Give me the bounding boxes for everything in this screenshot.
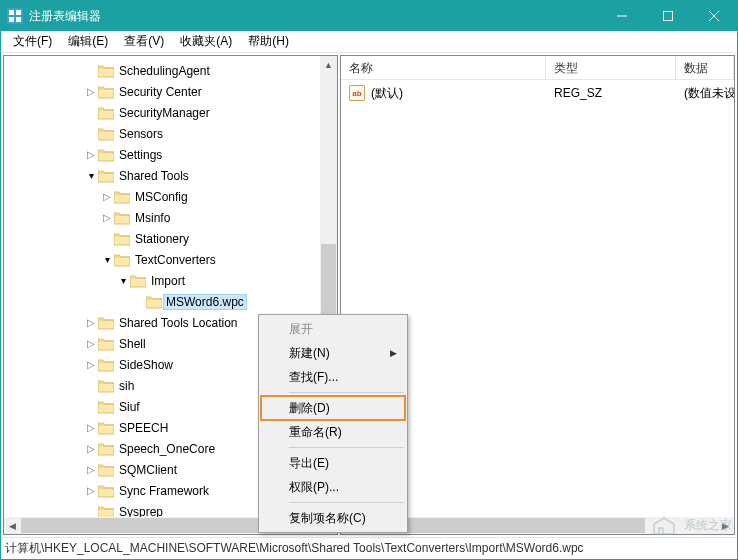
expander-icon[interactable]: ▾ bbox=[100, 254, 114, 265]
context-item[interactable]: 删除(D) bbox=[261, 396, 405, 420]
tree-label: SQMClient bbox=[118, 462, 178, 478]
expander-icon[interactable]: ▷ bbox=[84, 317, 98, 328]
expander-icon[interactable]: ▷ bbox=[100, 212, 114, 223]
app-icon bbox=[7, 8, 23, 24]
tree-label: Siuf bbox=[118, 399, 141, 415]
expander-icon[interactable]: ▾ bbox=[84, 170, 98, 181]
tree-label: Sensors bbox=[118, 126, 164, 142]
tree-item[interactable]: ▷MSConfig bbox=[4, 186, 337, 207]
tree-label: MSWord6.wpc bbox=[163, 294, 247, 310]
expander-icon[interactable]: ▷ bbox=[84, 485, 98, 496]
tree-item[interactable]: ▷Settings bbox=[4, 144, 337, 165]
context-label: 新建(N) bbox=[289, 345, 330, 362]
tree-item[interactable]: MSWord6.wpc bbox=[4, 291, 337, 312]
column-header-type[interactable]: 类型 bbox=[546, 56, 676, 79]
tree-label: Speech_OneCore bbox=[118, 441, 216, 457]
context-label: 删除(D) bbox=[289, 400, 330, 417]
context-item[interactable]: 导出(E) bbox=[261, 451, 405, 475]
svg-rect-1 bbox=[16, 10, 21, 15]
menu-4[interactable]: 帮助(H) bbox=[240, 31, 297, 52]
tree-item[interactable]: ▷Msinfo bbox=[4, 207, 337, 228]
scroll-thumb[interactable] bbox=[21, 518, 275, 533]
svg-rect-5 bbox=[664, 12, 673, 21]
list-row[interactable]: ab(默认)REG_SZ(数值未设 bbox=[341, 82, 734, 104]
tree-label: TextConverters bbox=[134, 252, 217, 268]
tree-label: Shell bbox=[118, 336, 147, 352]
tree-item[interactable]: ▷Security Center bbox=[4, 81, 337, 102]
list-body: ab(默认)REG_SZ(数值未设 bbox=[341, 80, 734, 106]
tree-label: Sysprep bbox=[118, 504, 164, 518]
scroll-thumb[interactable] bbox=[321, 244, 336, 314]
svg-rect-0 bbox=[9, 10, 14, 15]
minimize-button[interactable] bbox=[599, 1, 645, 31]
expander-icon[interactable]: ▾ bbox=[116, 275, 130, 286]
tree-item[interactable]: SchedulingAgent bbox=[4, 60, 337, 81]
window-controls bbox=[599, 1, 737, 31]
context-item[interactable]: 新建(N)▶ bbox=[261, 341, 405, 365]
tree-label: Shared Tools Location bbox=[118, 315, 239, 331]
context-label: 权限(P)... bbox=[289, 479, 339, 496]
context-separator bbox=[289, 447, 404, 448]
tree-item[interactable]: SecurityManager bbox=[4, 102, 337, 123]
svg-rect-3 bbox=[16, 17, 21, 22]
tree-label: Msinfo bbox=[134, 210, 171, 226]
column-header-name[interactable]: 名称 bbox=[341, 56, 546, 79]
value-data: (数值未设 bbox=[676, 85, 734, 102]
context-item[interactable]: 查找(F)... bbox=[261, 365, 405, 389]
tree-item[interactable]: Sensors bbox=[4, 123, 337, 144]
scroll-left-icon[interactable]: ◀ bbox=[4, 517, 21, 534]
tree-label: Settings bbox=[118, 147, 163, 163]
menu-2[interactable]: 查看(V) bbox=[116, 31, 172, 52]
context-item[interactable]: 复制项名称(C) bbox=[261, 506, 405, 530]
context-label: 导出(E) bbox=[289, 455, 329, 472]
context-item[interactable]: 权限(P)... bbox=[261, 475, 405, 499]
maximize-button[interactable] bbox=[645, 1, 691, 31]
expander-icon[interactable]: ▷ bbox=[84, 443, 98, 454]
list-header: 名称 类型 数据 bbox=[341, 56, 734, 80]
menu-1[interactable]: 编辑(E) bbox=[60, 31, 116, 52]
tree-label: SPEECH bbox=[118, 420, 169, 436]
tree-label: Sync Framework bbox=[118, 483, 210, 499]
expander-icon[interactable]: ▷ bbox=[84, 359, 98, 370]
expander-icon[interactable]: ▷ bbox=[84, 422, 98, 433]
tree-label: SchedulingAgent bbox=[118, 63, 211, 79]
svg-rect-2 bbox=[9, 17, 14, 22]
context-label: 重命名(R) bbox=[289, 424, 342, 441]
tree-item[interactable]: Stationery bbox=[4, 228, 337, 249]
string-value-icon: ab bbox=[349, 85, 365, 101]
scroll-right-icon[interactable]: ▶ bbox=[717, 517, 734, 534]
context-separator bbox=[289, 392, 404, 393]
tree-label: Stationery bbox=[134, 231, 190, 247]
menu-0[interactable]: 文件(F) bbox=[5, 31, 60, 52]
tree-label: SideShow bbox=[118, 357, 174, 373]
context-item[interactable]: 重命名(R) bbox=[261, 420, 405, 444]
close-button[interactable] bbox=[691, 1, 737, 31]
tree-label: MSConfig bbox=[134, 189, 189, 205]
window-title: 注册表编辑器 bbox=[29, 8, 599, 25]
value-name: (默认) bbox=[371, 85, 403, 102]
column-header-data[interactable]: 数据 bbox=[676, 56, 734, 79]
statusbar: 计算机\HKEY_LOCAL_MACHINE\SOFTWARE\Microsof… bbox=[1, 537, 737, 559]
context-label: 复制项名称(C) bbox=[289, 510, 366, 527]
submenu-arrow-icon: ▶ bbox=[390, 348, 397, 358]
context-label: 展开 bbox=[289, 321, 313, 338]
expander-icon[interactable]: ▷ bbox=[84, 149, 98, 160]
tree-label: sih bbox=[118, 378, 135, 394]
expander-icon[interactable]: ▷ bbox=[84, 338, 98, 349]
tree-item[interactable]: ▾TextConverters bbox=[4, 249, 337, 270]
context-separator bbox=[289, 502, 404, 503]
expander-icon[interactable]: ▷ bbox=[84, 86, 98, 97]
scroll-up-icon[interactable]: ▲ bbox=[320, 56, 337, 73]
value-type: REG_SZ bbox=[546, 86, 676, 100]
context-label: 查找(F)... bbox=[289, 369, 338, 386]
tree-label: SecurityManager bbox=[118, 105, 211, 121]
scroll-track[interactable] bbox=[358, 517, 717, 534]
menu-3[interactable]: 收藏夹(A) bbox=[172, 31, 240, 52]
expander-icon[interactable]: ▷ bbox=[100, 191, 114, 202]
expander-icon[interactable]: ▷ bbox=[84, 464, 98, 475]
tree-label: Shared Tools bbox=[118, 168, 190, 184]
tree-item[interactable]: ▾Import bbox=[4, 270, 337, 291]
tree-item[interactable]: ▾Shared Tools bbox=[4, 165, 337, 186]
tree-label: Security Center bbox=[118, 84, 203, 100]
context-item: 展开 bbox=[261, 317, 405, 341]
